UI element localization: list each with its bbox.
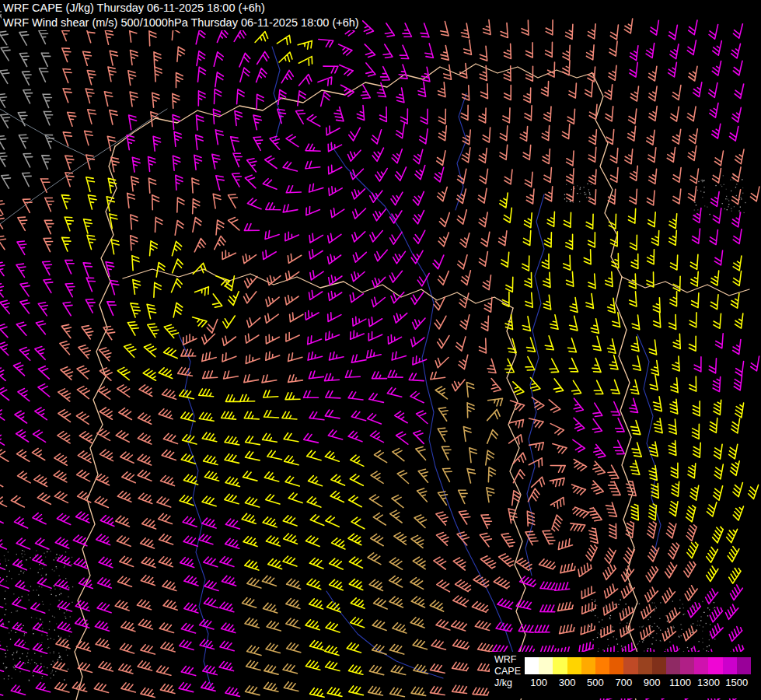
map-title-block: WRF CAPE (J/kg) Thursday 06-11-2025 18:0…	[2, 1, 362, 30]
legend-tick-label: 300	[559, 677, 576, 688]
legend-tick-label: 900	[644, 677, 661, 688]
title-windshear-line: WRF Wind shear (m/s) 500/1000hPa Thursda…	[2, 16, 362, 30]
title-cape-line: WRF CAPE (J/kg) Thursday 06-11-2025 18:0…	[2, 1, 268, 16]
legend-tick-label: 1300	[697, 677, 720, 688]
cape-legend: WRF CAPE J/kg 10030050070090011001300150…	[490, 652, 760, 698]
legend-tick-label: 1100	[669, 677, 691, 688]
legend-tick-labels: 100300500700900110013001500	[490, 652, 760, 698]
map-canvas	[0, 0, 761, 700]
legend-tick-label: 1500	[725, 677, 748, 688]
legend-tick-label: 700	[615, 677, 632, 688]
weather-map: WRF CAPE (J/kg) Thursday 06-11-2025 18:0…	[0, 0, 761, 700]
legend-tick-label: 100	[530, 677, 547, 688]
legend-tick-label: 500	[587, 677, 604, 688]
